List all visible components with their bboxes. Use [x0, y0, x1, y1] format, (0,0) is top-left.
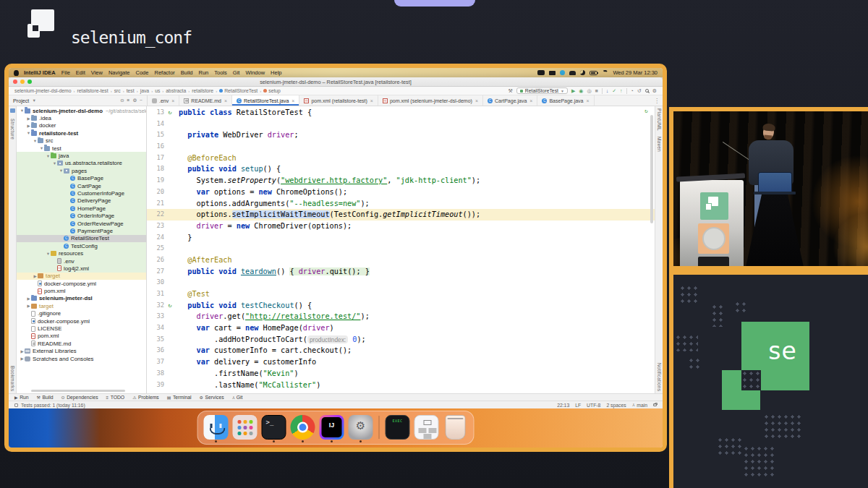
tool-problems[interactable]: ⚠Problems: [132, 395, 159, 400]
line-number[interactable]: 16: [147, 141, 166, 153]
build-hammer-icon[interactable]: ⚒: [509, 88, 513, 94]
breadcrumb-test[interactable]: test: [127, 88, 135, 93]
tree-item-pom-xml[interactable]: pom.xml: [17, 333, 146, 340]
line-number[interactable]: 27: [147, 266, 166, 278]
tree-item-target[interactable]: ▶target: [17, 302, 146, 309]
tool-services[interactable]: ⚙Services: [200, 395, 224, 400]
code-line-30[interactable]: 30: [147, 277, 655, 288]
tree-item-docker[interactable]: ▶docker: [17, 122, 146, 129]
menu-code[interactable]: Code: [136, 69, 149, 76]
tool-bookmarks[interactable]: Bookmarks: [10, 366, 15, 391]
play-icon[interactable]: ▶: [571, 88, 575, 94]
line-number[interactable]: 15: [147, 129, 166, 141]
tree-horizontal-scrollbar[interactable]: [31, 390, 125, 392]
chevron-down-icon[interactable]: ▼: [59, 168, 64, 173]
code-line-38[interactable]: 38 .firstName("Kevin"): [147, 368, 655, 380]
line-number[interactable]: 31: [147, 288, 166, 300]
line-number[interactable]: 39: [147, 380, 166, 391]
tree-item-us-abstracta-retailstore[interactable]: ▼us.abstracta.retailstore: [17, 160, 146, 167]
battery-icon[interactable]: [590, 71, 597, 75]
chevron-down-icon[interactable]: ▼: [52, 161, 57, 166]
tool-maven[interactable]: Maven: [657, 137, 662, 152]
code-line-14[interactable]: 14: [147, 119, 655, 130]
tree-item-orderreviewpage[interactable]: OrderReviewPage: [17, 220, 146, 227]
tree-item-env[interactable]: .env: [17, 257, 146, 265]
git-update-icon[interactable]: ↓: [606, 88, 609, 94]
breadcrumb-setup[interactable]: setup: [263, 88, 281, 93]
tree-item-idea[interactable]: ▶.idea: [17, 114, 146, 121]
settings-dock-icon[interactable]: [349, 415, 373, 440]
record-dot-icon[interactable]: [560, 70, 565, 75]
intellij-dock-icon[interactable]: [320, 415, 344, 440]
tool-todo[interactable]: ≡TODO: [106, 395, 125, 400]
settings-icon[interactable]: ⚙: [652, 88, 657, 94]
line-number[interactable]: 25: [147, 243, 166, 254]
chevron-right-icon[interactable]: ▶: [33, 274, 38, 278]
history-icon[interactable]: ↺: [637, 88, 642, 94]
chevron-down-icon[interactable]: ▼: [26, 131, 31, 135]
code-line-26[interactable]: 26 @AfterEach: [147, 254, 655, 266]
tab-overflow-icon[interactable]: ⋮: [651, 95, 663, 106]
tool-plantuml[interactable]: PlantUML: [657, 108, 662, 131]
tree-item-log4j2-xml[interactable]: log4j2.xml: [17, 265, 146, 272]
tree-item-external-libraries[interactable]: ▶External Libraries: [17, 348, 146, 355]
terminal-dock-icon[interactable]: [262, 415, 286, 440]
line-number[interactable]: 21: [147, 198, 166, 210]
close-icon[interactable]: ×: [587, 98, 590, 103]
tab-pom-xml-selenium-jmeter-dsl-demo[interactable]: pom.xml (selenium-jmeter-dsl-demo)×: [378, 95, 483, 106]
tree-item-resources[interactable]: ▼resources: [17, 249, 146, 257]
coverage-icon[interactable]: ◎: [587, 88, 591, 94]
tree-item-readme-md[interactable]: README.md: [17, 340, 146, 347]
exec-dock-icon[interactable]: [386, 415, 410, 440]
run-test-gutter-icon[interactable]: ↻: [166, 107, 174, 119]
code-line-16[interactable]: 16: [147, 141, 655, 153]
status-main[interactable]: main: [637, 403, 647, 408]
breadcrumb-retailstore-test[interactable]: retailstore-test: [77, 88, 109, 93]
code-line-25[interactable]: 25: [147, 243, 655, 254]
debug-icon[interactable]: ◉: [579, 88, 583, 94]
line-number[interactable]: 24: [147, 232, 166, 244]
chevron-down-icon[interactable]: ▼: [46, 252, 51, 256]
window-titlebar[interactable]: selenium-jmeter-dsl-demo – RetailStoreTe…: [9, 77, 663, 87]
close-icon[interactable]: ×: [529, 98, 532, 103]
line-number[interactable]: 34: [147, 322, 166, 334]
chrome-dock-icon[interactable]: [291, 415, 315, 440]
run-config-selector[interactable]: RetailStoreTest ▼: [516, 87, 568, 94]
tree-item-homepage[interactable]: HomePage: [17, 205, 146, 212]
tree-item-paymentpage[interactable]: PaymentPage: [17, 227, 146, 234]
code-line-17[interactable]: 17 @BeforeEach: [147, 153, 655, 164]
chevron-right-icon[interactable]: ▶: [26, 116, 31, 121]
chevron-down-icon[interactable]: ▼: [46, 154, 51, 158]
code-line-20[interactable]: 20 var options = new ChromeOptions();: [147, 187, 655, 198]
menu-file[interactable]: File: [61, 69, 70, 76]
menu-clock[interactable]: Wed 29 Mar 12:30: [613, 69, 658, 76]
chevron-down-icon[interactable]: ▼: [20, 108, 25, 113]
chevron-right-icon[interactable]: ▶: [26, 296, 31, 301]
line-number[interactable]: 38: [147, 368, 166, 380]
tree-item-retailstore-test[interactable]: ▼retailstore-test: [17, 129, 146, 137]
chevron-down-icon[interactable]: ▼: [39, 146, 44, 150]
tree-item-src[interactable]: ▼src: [17, 137, 146, 145]
tree-item-cartpage[interactable]: CartPage: [17, 182, 146, 189]
tree-item-scratches-and-consoles[interactable]: ▶Scratches and Consoles: [17, 355, 146, 362]
code-line-37[interactable]: 37 var delivery = customerInfo: [147, 356, 655, 368]
line-number[interactable]: 17: [147, 153, 166, 164]
tool-git[interactable]: YGit: [232, 395, 243, 400]
breadcrumb-retailstoretest[interactable]: RetailStoreTest: [219, 88, 258, 93]
line-number[interactable]: 30: [147, 277, 166, 288]
line-number[interactable]: 26: [147, 254, 166, 266]
diagram-dock-icon[interactable]: [414, 415, 439, 440]
tree-item-test[interactable]: ▼test: [17, 145, 146, 152]
chevron-right-icon[interactable]: ▶: [26, 304, 31, 308]
tree-item-gitignore[interactable]: .gitignore: [17, 310, 146, 317]
tab-readme-md[interactable]: README.md×: [179, 95, 232, 106]
line-number[interactable]: 33: [147, 311, 166, 322]
tab-retailstoretest-java[interactable]: RetailStoreTest.java×: [232, 95, 299, 106]
line-number[interactable]: 36: [147, 345, 166, 356]
profiler-icon[interactable]: ◔: [631, 88, 634, 94]
line-number[interactable]: 20: [147, 187, 166, 198]
line-number[interactable]: 13: [147, 107, 166, 119]
code-line-34[interactable]: 34 var cart = new HomePage(driver): [147, 322, 655, 334]
status-2-spaces[interactable]: 2 spaces: [606, 403, 626, 408]
stop-icon[interactable]: ■: [595, 88, 598, 94]
